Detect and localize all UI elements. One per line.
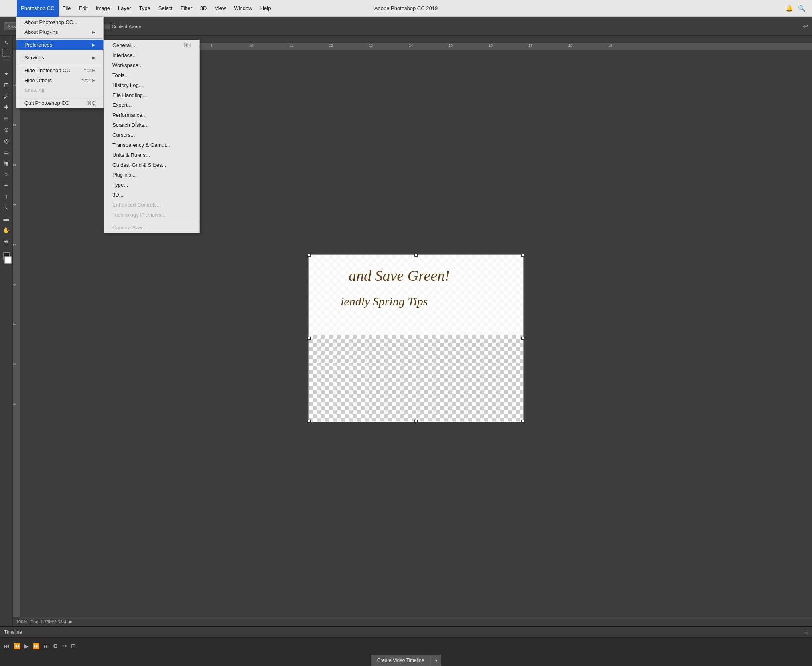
timeline-forward-btn[interactable]: ⏩ (33, 643, 39, 649)
tool-select-rect[interactable] (2, 49, 10, 57)
doc-size: Doc: 1.75M/2.33M (30, 619, 66, 624)
prefs-enhanced-controls[interactable]: Enhanced Controls... (104, 200, 199, 210)
tool-move[interactable]: ↖ (1, 37, 12, 48)
menu-photoshop[interactable]: Photoshop CC (17, 0, 59, 17)
menu-help[interactable]: Help (256, 0, 275, 17)
menu-divider-4 (16, 97, 103, 97)
menu-filter[interactable]: Filter (177, 0, 196, 17)
tool-path-select[interactable]: ↖ (1, 203, 12, 213)
tool-history-brush[interactable]: ◎ (1, 136, 12, 146)
tool-type[interactable]: T (1, 191, 12, 202)
handle-mid-right[interactable] (521, 337, 524, 340)
timeline-convert-btn[interactable]: ⊡ (71, 643, 76, 649)
submenu-arrow: ▶ (92, 30, 95, 34)
menu-quit[interactable]: Quit Photoshop CC ⌘Q (16, 98, 103, 108)
app-title: Adobe Photoshop CC 2019 (374, 5, 438, 11)
hide-ps-shortcut: ⌃⌘H (83, 68, 95, 73)
menu-show-all[interactable]: Show All (16, 85, 103, 95)
prefs-cursors[interactable]: Cursors... (104, 130, 199, 140)
menu-layer[interactable]: Layer (114, 0, 135, 17)
tool-healing[interactable]: ✚ (1, 102, 12, 112)
tool-crop[interactable]: ⊡ (1, 80, 12, 90)
photoshop-menu-dropdown: About Photoshop CC... About Plug-ins ▶ P… (16, 17, 104, 108)
menu-services[interactable]: Services ▶ (16, 53, 103, 63)
prefs-type[interactable]: Type... (104, 180, 199, 190)
prefs-transparency-gamut[interactable]: Transparency & Gamut... (104, 140, 199, 150)
handle-bot-left[interactable] (307, 420, 311, 423)
tool-lasso[interactable]: ⌒ (1, 57, 12, 68)
content-aware-checkbox[interactable]: Content-Aware (105, 24, 141, 29)
tool-dodge[interactable]: ○ (1, 169, 12, 179)
menu-about-plugins[interactable]: About Plug-ins ▶ (16, 27, 103, 37)
menu-type[interactable]: Type (135, 0, 154, 17)
prefs-divider (104, 221, 199, 221)
prefs-technology-previews[interactable]: Technology Previews... (104, 210, 199, 220)
content-aware-check[interactable] (105, 24, 110, 29)
tool-magic-wand[interactable]: ✦ (1, 69, 12, 79)
create-timeline-button[interactable]: Create Video Timeline (371, 655, 431, 666)
prefs-workspace[interactable]: Workspace... (104, 60, 199, 70)
menu-about-ps[interactable]: About Photoshop CC... (16, 17, 103, 27)
prefs-general[interactable]: General... ⌘K (104, 40, 199, 50)
prefs-scratch-disks[interactable]: Scratch Disks... (104, 120, 199, 130)
timeline-controls: ⏮ ⏪ ▶ ⏩ ⏭ ⚙ ✂ ⊡ (0, 638, 812, 654)
timeline-menu-icon[interactable]: ≡ (804, 629, 808, 636)
image-canvas[interactable]: and Save Green! iendly Spring Tips (308, 254, 524, 422)
tool-eraser[interactable]: ▭ (1, 147, 12, 157)
timeline-play-btn[interactable]: ▶ (24, 643, 29, 649)
menu-divider-1 (16, 38, 103, 39)
tool-clone[interactable]: ⊕ (1, 124, 12, 135)
tool-shape[interactable]: ▬ (1, 214, 12, 224)
timeline-footer: Create Video Timeline ▼ (0, 654, 812, 666)
zoom-level: 100% (16, 619, 27, 624)
menu-image[interactable]: Image (92, 0, 114, 17)
timeline-scissors-btn[interactable]: ✂ (62, 643, 67, 649)
timeline-start-btn[interactable]: ⏮ (4, 643, 10, 649)
search-icon[interactable]: 🔍 (798, 5, 806, 12)
menu-file[interactable]: File (59, 0, 75, 17)
handle-bot-center[interactable] (414, 420, 418, 423)
create-timeline-dropdown-button[interactable]: ▼ (430, 655, 441, 666)
handle-top-right[interactable] (521, 254, 524, 257)
prefs-interface[interactable]: Interface... (104, 50, 199, 60)
prefs-plug-ins[interactable]: Plug-ins... (104, 170, 199, 180)
prefs-tools[interactable]: Tools... (104, 70, 199, 80)
notification-icon[interactable]: 🔔 (786, 5, 793, 12)
prefs-file-handling[interactable]: File Handling... (104, 90, 199, 100)
tool-background-color[interactable] (4, 256, 12, 264)
menu-preferences[interactable]: Preferences ▶ General... ⌘K Interface...… (16, 40, 103, 50)
prefs-export[interactable]: Export... (104, 100, 199, 110)
tool-eyedropper[interactable]: 🖉 (1, 91, 12, 101)
prefs-3d[interactable]: 3D... (104, 190, 199, 200)
timeline-back-btn[interactable]: ⏪ (14, 643, 20, 649)
tool-hand[interactable]: ✋ (1, 225, 12, 235)
submenu-arrow-prefs: ▶ (92, 43, 95, 47)
timeline-panel: Timeline ≡ ⏮ ⏪ ▶ ⏩ ⏭ ⚙ ✂ ⊡ Create Video … (0, 626, 812, 666)
prefs-performance[interactable]: Performance... (104, 110, 199, 120)
undo-icon[interactable]: ↩ (803, 22, 808, 30)
menu-3d[interactable]: 3D (196, 0, 211, 17)
tool-pen[interactable]: ✒ (1, 180, 12, 191)
tool-gradient[interactable]: ▦ (1, 158, 12, 168)
timeline-header: Timeline ≡ (0, 627, 812, 638)
menu-view[interactable]: View (211, 0, 230, 17)
prefs-units-rulers[interactable]: Units & Rulers... (104, 150, 199, 160)
menu-edit[interactable]: Edit (75, 0, 92, 17)
tool-brush[interactable]: ✏ (1, 113, 12, 124)
prefs-camera-raw[interactable]: Camera Raw... (104, 223, 199, 233)
tool-zoom[interactable]: ⊕ (1, 236, 12, 246)
status-arrow[interactable]: ▶ (69, 619, 73, 624)
prefs-guides-grid-slices[interactable]: Guides, Grid & Slices... (104, 160, 199, 170)
handle-mid-left[interactable] (307, 337, 311, 340)
menu-select[interactable]: Select (154, 0, 177, 17)
menu-window[interactable]: Window (230, 0, 256, 17)
menu-hide-others[interactable]: Hide Others ⌥⌘H (16, 75, 103, 85)
apple-menu[interactable] (0, 0, 17, 17)
prefs-history-log[interactable]: History Log... (104, 80, 199, 90)
handle-bot-right[interactable] (521, 420, 524, 423)
handle-top-center[interactable] (414, 254, 418, 257)
timeline-settings-btn[interactable]: ⚙ (53, 643, 58, 649)
menu-hide-ps[interactable]: Hide Photoshop CC ⌃⌘H (16, 65, 103, 75)
timeline-end-btn[interactable]: ⏭ (43, 643, 49, 649)
handle-top-left[interactable] (307, 254, 311, 257)
